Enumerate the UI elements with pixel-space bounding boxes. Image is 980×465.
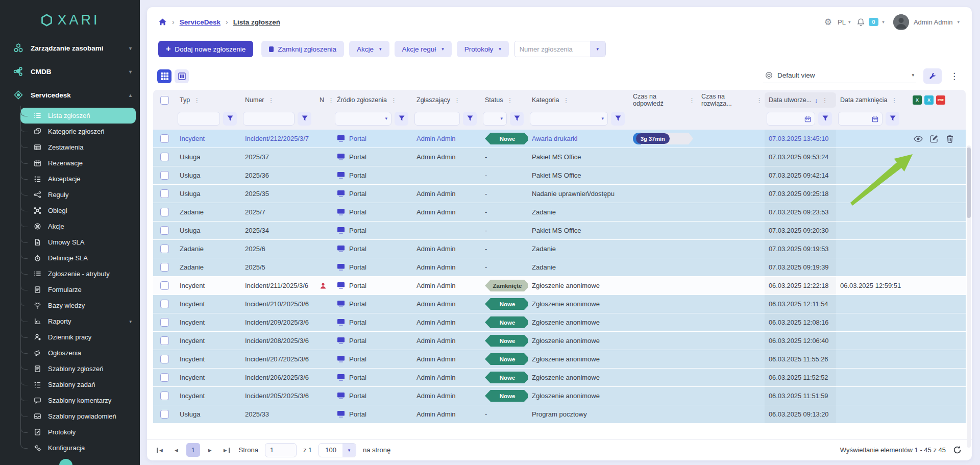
row-checkbox[interactable] <box>160 336 169 345</box>
row-checkbox[interactable] <box>160 244 169 253</box>
more-options-kebab[interactable]: ⋮ <box>949 71 960 82</box>
table-row[interactable]: IncydentIncident/212/2025/3/7PortalAdmin… <box>153 130 966 148</box>
home-icon[interactable] <box>158 18 167 27</box>
preview-eye-button[interactable] <box>914 134 923 143</box>
page-input[interactable] <box>265 443 297 457</box>
csv-export-icon[interactable]: X <box>924 95 934 105</box>
filter-funnel-icon[interactable] <box>510 112 524 126</box>
filter-date-data_zam[interactable] <box>838 112 883 126</box>
sidebar-item-bazy-wiedzy[interactable]: Bazy wiedzy <box>20 298 136 313</box>
breadcrumb-servicedesk[interactable]: ServiceDesk <box>180 18 220 26</box>
column-menu-kebab[interactable]: ⋮ <box>891 96 897 104</box>
scrollbar-thumb[interactable] <box>967 148 971 218</box>
sidebar-item-regu-y[interactable]: Reguły <box>20 187 136 203</box>
filter-funnel-icon[interactable] <box>611 112 625 126</box>
filter-select-kategoria[interactable]: ▾ <box>530 112 608 126</box>
user-menu[interactable]: Admin Admin ▾ <box>893 14 960 30</box>
sidebar-item-akcje[interactable]: Akcje <box>20 218 136 234</box>
sidebar-item-kategorie-zg-osze[interactable]: Kategorie zgłoszeń <box>20 124 136 139</box>
table-row[interactable]: Usługa2025/33PortalAdmin Admin-Program p… <box>153 405 966 424</box>
table-row[interactable]: Usługa2025/37PortalAdmin Admin-Pakiet MS… <box>153 148 966 166</box>
pdf-export-icon[interactable]: PDF <box>936 95 945 105</box>
filter-date-data_utw[interactable] <box>767 112 815 126</box>
sidebar-item-cmdb[interactable]: CMDB ▾ <box>0 60 140 83</box>
table-row[interactable]: Usługa2025/36Portal-Pakiet MS Office07.0… <box>153 166 966 185</box>
filter-funnel-icon[interactable] <box>818 112 832 126</box>
sidebar-item-lista-zg-osze[interactable]: Lista zgłoszeń <box>20 108 136 124</box>
column-menu-kebab[interactable]: ⋮ <box>454 96 460 104</box>
row-checkbox[interactable] <box>160 226 169 235</box>
add-ticket-button[interactable]: + Dodaj nowe zgłoszenie <box>158 41 253 57</box>
table-row[interactable]: IncydentIncident/210/2025/3/6PortalAdmin… <box>153 295 966 313</box>
filter-funnel-icon[interactable] <box>395 112 408 126</box>
row-checkbox[interactable] <box>160 171 169 180</box>
ticket-number-input[interactable] <box>514 41 590 57</box>
prev-page-button[interactable]: ◄ <box>171 446 182 454</box>
row-checkbox[interactable] <box>160 391 169 400</box>
language-select[interactable]: PL ▾ <box>838 18 850 26</box>
sidebar-item-konfiguracja[interactable]: Konfiguracja <box>20 440 136 456</box>
column-menu-kebab[interactable]: ⋮ <box>506 96 513 104</box>
actions-dropdown[interactable]: Akcje ▾ <box>349 41 389 57</box>
breadcrumb-current[interactable]: Lista zgłoszeń <box>233 18 280 26</box>
sidebar-item-rezerwacje[interactable]: Rezerwacje <box>20 155 136 171</box>
row-checkbox[interactable] <box>160 373 169 382</box>
filter-funnel-icon[interactable] <box>223 112 237 126</box>
filter-select-status[interactable]: ▾ <box>483 112 507 126</box>
table-row[interactable]: IncydentIncident/208/2025/3/6PortalAdmin… <box>153 332 966 350</box>
sidebar-item-umowy-sla[interactable]: Umowy SLA <box>20 234 136 250</box>
protocols-dropdown[interactable]: Protokoły ▾ <box>457 41 509 57</box>
sidebar-item-definicje-sla[interactable]: Definicje SLA <box>20 250 136 266</box>
filter-input-typ[interactable] <box>178 112 220 126</box>
sidebar-item-zestawienia[interactable]: Zestawienia <box>20 139 136 155</box>
sidebar-item-servicedesk[interactable]: Servicedesk ▴ <box>0 83 140 107</box>
rule-actions-dropdown[interactable]: Akcje reguł ▾ <box>395 41 452 57</box>
row-checkbox[interactable] <box>160 355 169 363</box>
filter-funnel-icon[interactable] <box>463 112 477 126</box>
refresh-icon[interactable] <box>953 446 962 454</box>
sidebar-item-obiegi[interactable]: Obiegi <box>20 203 136 218</box>
gear-icon[interactable]: ⚙ <box>824 17 832 28</box>
column-menu-kebab[interactable]: ⋮ <box>193 96 200 104</box>
delete-button[interactable] <box>945 134 954 143</box>
table-row[interactable]: Zadanie2025/7PortalAdmin Admin-Zadanie07… <box>153 203 966 222</box>
table-row[interactable]: Zadanie2025/5PortalAdmin Admin-Zadanie07… <box>153 258 966 277</box>
sidebar-item-akceptacje[interactable]: Akceptacje <box>20 171 136 187</box>
row-checkbox[interactable] <box>160 208 169 216</box>
sidebar-item-raporty[interactable]: Raporty▾ <box>20 313 136 329</box>
column-menu-kebab[interactable]: ⋮ <box>756 96 763 104</box>
sidebar-item-szablony-zada[interactable]: Szablony zadań <box>20 377 136 393</box>
sort-desc-icon[interactable]: ↓ <box>815 96 818 104</box>
current-page-button[interactable]: 1 <box>186 443 200 457</box>
excel-export-icon[interactable]: X <box>913 95 922 105</box>
row-checkbox[interactable] <box>160 153 169 161</box>
help-fab[interactable] <box>59 459 72 465</box>
filter-funnel-icon[interactable] <box>886 112 899 126</box>
filter-input-zglaszajacy[interactable] <box>414 112 460 126</box>
table-row[interactable]: IncydentIncident/206/2025/3/6PortalAdmin… <box>153 369 966 387</box>
row-checkbox[interactable] <box>160 300 169 308</box>
close-tickets-button[interactable]: Zamknij zgłoszenia <box>261 41 344 57</box>
sidebar-item-szablony-zg-osze[interactable]: Szablony zgłoszeń <box>20 361 136 377</box>
row-checkbox[interactable] <box>160 263 169 272</box>
page-size-select[interactable]: 100 ▾ <box>318 443 356 457</box>
sidebar-item-formularze[interactable]: Formularze <box>20 282 136 298</box>
table-row[interactable]: IncydentIncident/205/2025/3/6PortalAdmin… <box>153 387 966 405</box>
select-all-checkbox[interactable] <box>160 96 169 105</box>
table-row[interactable]: Usługa2025/34Portal-Pakiet MS Office07.0… <box>153 222 966 240</box>
column-menu-kebab[interactable]: ⋮ <box>390 96 397 104</box>
row-checkbox[interactable] <box>160 318 169 327</box>
first-page-button[interactable]: ◄ <box>154 446 166 454</box>
filter-select-zrodlo[interactable]: ▾ <box>335 112 391 126</box>
table-row[interactable]: Usługa2025/35PortalAdmin Admin-Nadanie u… <box>153 185 966 203</box>
last-page-button[interactable]: ► <box>220 446 232 454</box>
row-checkbox[interactable] <box>160 281 169 290</box>
chevron-down-icon[interactable]: ▾ <box>590 41 605 57</box>
sidebar-item-szablony-powiadomie[interactable]: Szablony powiadomień <box>20 408 136 424</box>
row-checkbox[interactable] <box>160 189 169 198</box>
table-row[interactable]: Zadanie2025/6PortalAdmin Admin-Zadanie07… <box>153 240 966 258</box>
sidebar-item-zg-oszenie-atrybuty[interactable]: Zgłoszenie - atrybuty <box>20 266 136 282</box>
column-menu-kebab[interactable]: ⋮ <box>822 96 828 104</box>
sidebar-item-szablony-komentarzy[interactable]: Szablony komentarzy <box>20 393 136 408</box>
filter-funnel-icon[interactable] <box>298 112 311 126</box>
